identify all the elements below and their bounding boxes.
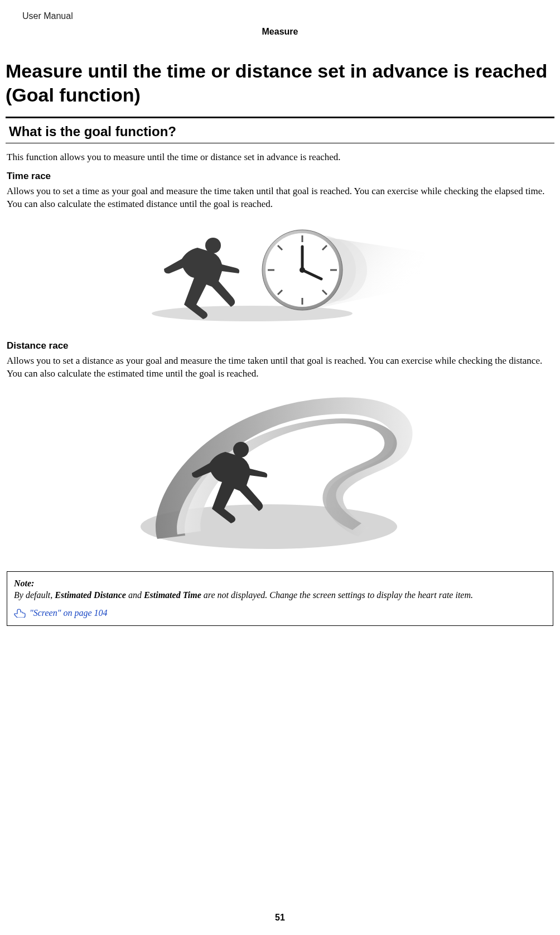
runner-clock-icon — [135, 219, 425, 325]
note-suffix: are not displayed. Change the screen set… — [201, 590, 473, 600]
intro-text: This function allows you to measure unti… — [7, 151, 553, 164]
distance-race-body: Allows you to set a distance as your goa… — [7, 355, 553, 380]
hand-pointer-icon — [14, 609, 26, 618]
svg-point-0 — [152, 306, 353, 321]
page-title: Measure until the time or distance set i… — [6, 59, 554, 117]
distance-race-figure — [6, 388, 554, 558]
note-mid-1: and — [126, 590, 144, 600]
time-race-heading: Time race — [7, 171, 553, 182]
note-bold-1: Estimated Distance — [55, 590, 126, 600]
runner-track-icon — [124, 388, 436, 556]
xref-text: "Screen" on page 104 — [30, 607, 107, 619]
note-label: Note: — [14, 577, 546, 590]
distance-race-heading: Distance race — [7, 340, 553, 351]
heavy-rule — [6, 117, 554, 118]
doc-title: User Manual — [6, 11, 554, 25]
time-race-body: Allows you to set a time as your goal an… — [7, 185, 553, 211]
note-body: By default, Estimated Distance and Estim… — [14, 589, 546, 601]
cross-reference-link[interactable]: "Screen" on page 104 — [14, 607, 546, 619]
page: User Manual Measure Measure until the ti… — [0, 0, 560, 626]
section-label: Measure — [6, 25, 554, 59]
note-prefix: By default, — [14, 590, 55, 600]
subheading: What is the goal function? — [6, 119, 554, 143]
note-bold-2: Estimated Time — [144, 590, 201, 600]
note-box: Note: By default, Estimated Distance and… — [7, 571, 553, 626]
page-number: 51 — [0, 913, 560, 923]
svg-point-16 — [300, 267, 305, 273]
time-race-figure — [6, 219, 554, 327]
